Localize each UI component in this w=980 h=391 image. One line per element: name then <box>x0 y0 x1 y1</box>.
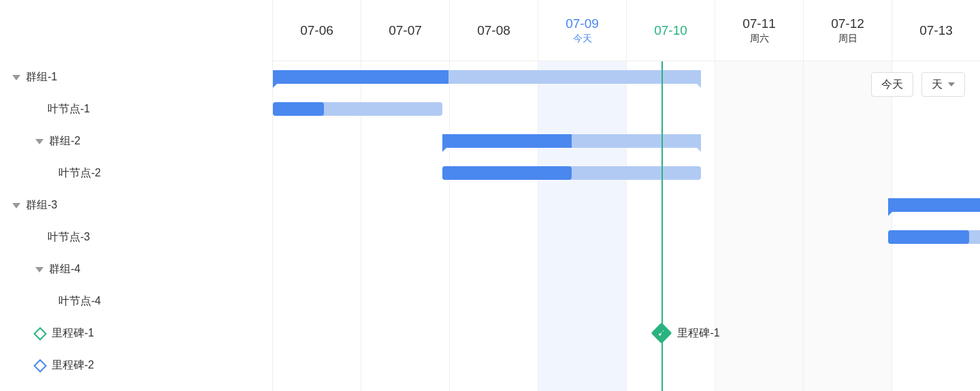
group-flag-icon <box>273 84 277 88</box>
tree-label: 群组-4 <box>49 262 80 277</box>
tree-label: 叶节点-1 <box>48 102 90 116</box>
caret-down-icon[interactable] <box>35 139 44 144</box>
gantt-row-group-3[interactable] <box>273 189 980 221</box>
tree-group-4[interactable]: 群组-4 <box>0 253 272 285</box>
tree-label: 叶节点-3 <box>48 230 90 245</box>
tree-milestone-1[interactable]: 里程碑-1 <box>0 317 272 349</box>
tree-label: 群组-3 <box>26 198 57 213</box>
milestone-marker[interactable]: ✓ 里程碑-1 <box>654 326 719 341</box>
gantt-row-leaf-2[interactable] <box>273 157 980 189</box>
date-sub-label: 今天 <box>573 33 592 45</box>
gantt-timeline[interactable]: 07-06 07-07 07-08 07-09 今天 07-10 07-11 周… <box>272 0 980 391</box>
gantt-row-group-2[interactable] <box>273 125 980 157</box>
milestone-label: 里程碑-1 <box>677 326 719 341</box>
tree-milestone-2[interactable]: 里程碑-2 <box>0 349 272 381</box>
caret-down-icon[interactable] <box>12 203 20 208</box>
today-button[interactable]: 今天 <box>871 72 913 97</box>
gantt-row-milestone-2[interactable] <box>273 349 980 381</box>
tree-label: 叶节点-4 <box>59 294 101 309</box>
scale-select[interactable]: 天 <box>921 72 965 97</box>
leaf-bar[interactable] <box>273 102 442 116</box>
header-date-cell-today[interactable]: 07-09 今天 <box>538 0 627 61</box>
date-label: 07-07 <box>389 23 422 38</box>
milestone-diamond-icon <box>33 359 47 373</box>
tree-leaf-3[interactable]: 叶节点-3 <box>0 221 272 253</box>
date-label: 07-10 <box>654 23 687 38</box>
date-label: 07-13 <box>919 23 953 38</box>
date-sub-label: 周六 <box>750 33 769 45</box>
tree-label: 群组-2 <box>49 134 80 148</box>
tree-leaf-1[interactable]: 叶节点-1 <box>0 93 272 125</box>
gantt-row-milestone-1[interactable]: ✓ 里程碑-1 <box>273 317 980 349</box>
group-bar[interactable] <box>888 198 980 212</box>
header-date-cell-weekend[interactable]: 07-12 周日 <box>804 0 892 61</box>
chevron-down-icon <box>948 82 955 87</box>
header-date-cell-weekend[interactable]: 07-11 周六 <box>715 0 804 61</box>
header-date-cell[interactable]: 07-10 <box>627 0 715 61</box>
gantt-row-leaf-1[interactable] <box>273 93 980 125</box>
timeline-controls: 今天 天 <box>871 72 965 97</box>
gantt-rows: ✓ 里程碑-1 <box>273 61 980 381</box>
task-tree-sidebar: 群组-1 叶节点-1 群组-2 叶节点-2 群组-3 叶节点-3 群组-4 叶节… <box>0 0 272 391</box>
group-bar[interactable] <box>273 70 701 84</box>
date-label: 07-06 <box>300 23 333 38</box>
tree-group-1[interactable]: 群组-1 <box>0 61 272 93</box>
date-label: 07-09 <box>566 16 599 31</box>
date-sub-label: 周日 <box>838 33 858 45</box>
gantt-row-leaf-4[interactable] <box>273 285 980 317</box>
group-flag-icon <box>888 212 892 216</box>
date-label: 07-11 <box>742 16 776 31</box>
tree-label: 里程碑-2 <box>52 358 94 373</box>
gantt-row-group-4[interactable] <box>273 253 980 285</box>
date-label: 07-12 <box>831 16 864 31</box>
tree-leaf-4[interactable]: 叶节点-4 <box>0 285 272 317</box>
milestone-diamond-icon <box>33 327 47 341</box>
header-date-cell[interactable]: 07-06 <box>273 0 361 61</box>
group-flag-icon <box>697 148 701 152</box>
leaf-bar[interactable] <box>888 230 980 244</box>
button-label: 天 <box>932 78 943 92</box>
header-date-cell[interactable]: 07-08 <box>450 0 538 61</box>
tree-label: 叶节点-2 <box>59 166 101 181</box>
caret-down-icon[interactable] <box>12 75 20 80</box>
header-date-cell[interactable]: 07-13 <box>892 0 980 61</box>
tree-label: 群组-1 <box>26 70 57 84</box>
tree-label: 里程碑-1 <box>52 326 94 341</box>
header-date-cell[interactable]: 07-07 <box>361 0 450 61</box>
caret-down-icon[interactable] <box>35 267 44 272</box>
tree-group-3[interactable]: 群组-3 <box>0 189 272 221</box>
button-label: 今天 <box>881 78 903 92</box>
timeline-header: 07-06 07-07 07-08 07-09 今天 07-10 07-11 周… <box>273 0 980 61</box>
tree-leaf-2[interactable]: 叶节点-2 <box>0 157 272 189</box>
group-flag-icon <box>442 148 446 152</box>
tree-group-2[interactable]: 群组-2 <box>0 125 272 157</box>
group-flag-icon <box>697 84 701 88</box>
date-label: 07-08 <box>477 23 510 38</box>
gantt-row-leaf-3[interactable] <box>273 221 980 253</box>
